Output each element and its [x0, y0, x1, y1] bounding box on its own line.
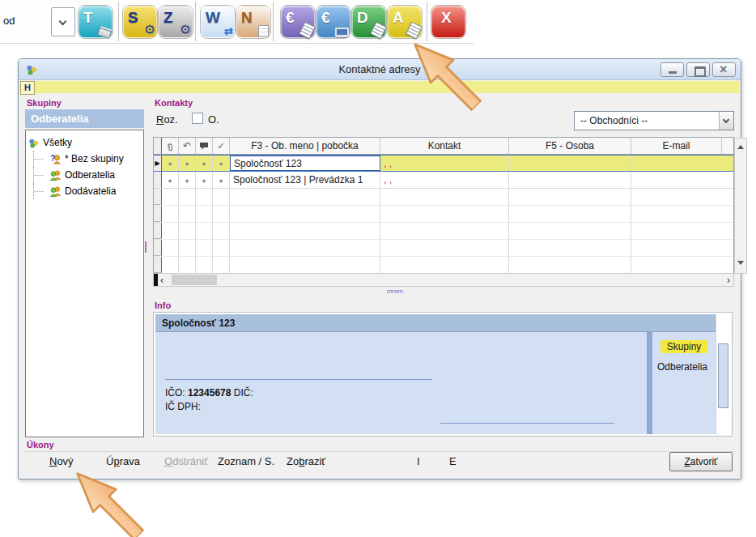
salesmen-dropdown-value: -- Obchodníci --	[580, 115, 648, 126]
scrollbar-edge	[154, 274, 158, 286]
toolbar-button-word-sync[interactable]: W	[201, 6, 235, 38]
tree-item-odberatelia[interactable]: Odberatelia	[28, 167, 142, 183]
toolbar-separator	[118, 2, 119, 41]
vertical-scrollbar[interactable]	[734, 138, 747, 274]
vertical-splitter-grip[interactable]	[145, 241, 147, 253]
tree-item-label: Dodávatelia	[65, 185, 116, 197]
maximize-button[interactable]	[686, 62, 710, 77]
cell-kontakt[interactable]: , ,	[380, 172, 509, 188]
contacts-table: ↶ ✓ F3 - Ob. meno | pobočka Kontakt F5 -…	[153, 137, 734, 274]
info-groups-label: Skupiny	[660, 340, 707, 353]
scroll-right-icon[interactable]: ›	[727, 275, 730, 286]
toolbar-button-s-settings[interactable]: S	[123, 6, 157, 38]
ico-label: IČO:	[165, 387, 185, 398]
main-toolbar: od T S Z W N € € D A X	[0, 0, 474, 44]
info-section-label: Info	[155, 300, 171, 310]
toolbar-button-onenote[interactable]: N	[236, 6, 270, 38]
tree-item-label: Odberatelia	[65, 169, 115, 181]
ico-value: 12345678	[188, 387, 231, 398]
toolbar-button-euro-terminal[interactable]: €	[316, 6, 350, 38]
minimize-button[interactable]	[660, 62, 684, 77]
table-row[interactable]: ◆ ◆ ◆ ◆ Spoločnosť 123 | Prevádzka 1 , ,	[154, 172, 733, 189]
cell-name[interactable]: Spoločnosť 123	[230, 156, 380, 171]
kontaktne-adresy-dialog: Kontaktné adresy H Skupiny Odberatelia V…	[18, 58, 741, 479]
people-icon	[49, 169, 62, 181]
column-header-osoba[interactable]: F5 - Osoba	[509, 138, 631, 154]
o-checkbox[interactable]	[192, 113, 203, 124]
cell-email[interactable]	[631, 156, 722, 171]
horizontal-scrollbar[interactable]: ‹ ›	[153, 273, 734, 287]
toolbar-prefix-label: od	[3, 15, 15, 27]
cell-mark: ◆	[179, 156, 196, 171]
close-button[interactable]	[712, 62, 736, 77]
empty-row	[154, 189, 733, 206]
column-header-kontakt[interactable]: Kontakt	[380, 138, 509, 154]
scroll-up-icon[interactable]	[737, 142, 744, 149]
horizontal-splitter-grip[interactable]: mmm	[387, 288, 403, 295]
dialog-titlebar[interactable]: Kontaktné adresy	[19, 59, 741, 80]
tree-item-dodavatelia[interactable]: Dodávatelia	[28, 183, 142, 199]
scroll-left-icon[interactable]: ‹	[160, 275, 164, 286]
cell-kontakt[interactable]: , ,	[380, 156, 509, 171]
uprava-button[interactable]: Úprava	[106, 455, 140, 467]
toolbar-button-z-settings[interactable]: Z	[159, 6, 193, 38]
tree-item-bez-skupiny[interactable]: ? * Bez skupiny	[28, 151, 142, 167]
chevron-down-icon	[723, 117, 729, 123]
e-button[interactable]: E	[449, 455, 457, 467]
column-header-email[interactable]: E-mail	[631, 138, 722, 154]
cell-mark: ◆	[196, 172, 213, 188]
cell-mark: ◆	[179, 172, 196, 188]
icdph-line: IČ DPH:	[165, 401, 201, 412]
actions-divider	[25, 451, 734, 452]
paperclip-icon[interactable]	[162, 138, 179, 154]
odstranit-button[interactable]: Odstrániť	[164, 455, 208, 467]
tree-item-vsetky[interactable]: Všetky	[28, 134, 142, 151]
person-question-icon: ?	[49, 153, 62, 165]
info-groups-value: Odberatelia	[657, 361, 707, 373]
receipt-icon	[299, 22, 316, 40]
cell-name[interactable]: Spoločnosť 123 | Prevádzka 1	[230, 172, 380, 188]
sync-arrows-icon	[224, 25, 233, 37]
cell-mark: ◆	[162, 156, 179, 171]
check-icon[interactable]: ✓	[213, 138, 230, 154]
groups-tree: Všetky ? * Bez skupiny Odberatelia Dodáv…	[25, 130, 144, 437]
column-header-name[interactable]: F3 - Ob. meno | pobočka	[230, 138, 380, 154]
info-groups-area: Skupiny Odberatelia	[652, 332, 716, 434]
cell-osoba[interactable]	[509, 172, 631, 188]
selected-group-header: Odberatelia	[25, 109, 144, 128]
toolbar-dropdown[interactable]	[51, 7, 75, 36]
tree-connector	[33, 151, 46, 167]
table-row[interactable]: ▶ ◆ ◆ ◆ ◆ Spoločnosť 123 , ,	[154, 155, 733, 172]
toolbar-button-euro-receipt[interactable]: €	[281, 6, 315, 38]
balloon-icon[interactable]	[196, 138, 213, 154]
novy-button[interactable]: Nový	[49, 455, 74, 467]
toolbar-button-d-receipt[interactable]: D	[352, 6, 386, 38]
info-scrollbar[interactable]	[716, 314, 730, 434]
toolbar-button-a-receipt[interactable]: A	[388, 6, 422, 38]
undo-icon[interactable]: ↶	[179, 138, 196, 154]
contacts-section-label: Kontakty	[155, 98, 193, 108]
empty-row	[154, 240, 733, 257]
zatvorit-button[interactable]: Zatvoriť	[669, 452, 733, 471]
dropdown-button[interactable]	[719, 112, 733, 130]
row-marker-header	[154, 138, 162, 154]
roz-link[interactable]: Roz.	[156, 113, 178, 126]
tree-item-label: Všetky	[43, 137, 72, 148]
zobrazit-button[interactable]: Zobraziť	[287, 455, 325, 467]
groups-section-label: Skupiny	[27, 98, 62, 108]
scrollbar-thumb[interactable]	[172, 275, 217, 285]
cell-email[interactable]	[631, 172, 722, 188]
hotkey-strip	[19, 81, 740, 93]
scrollbar-thumb[interactable]	[718, 343, 728, 408]
chevron-down-icon	[59, 18, 67, 26]
toolbar-button-text-export[interactable]: T	[79, 6, 113, 38]
ico-line: IČO: 12345678 DIČ:	[165, 387, 253, 398]
dialog-title: Kontaktné adresy	[19, 63, 741, 75]
zoznam-button[interactable]: Zoznam / S.	[218, 455, 274, 467]
cell-mark: ◆	[213, 172, 230, 188]
scroll-down-icon[interactable]	[737, 261, 744, 268]
salesmen-dropdown[interactable]: -- Obchodníci --	[574, 111, 734, 130]
toolbar-button-close-app[interactable]: X	[431, 6, 465, 38]
cell-osoba[interactable]	[509, 156, 631, 171]
i-button[interactable]: I	[417, 455, 420, 467]
